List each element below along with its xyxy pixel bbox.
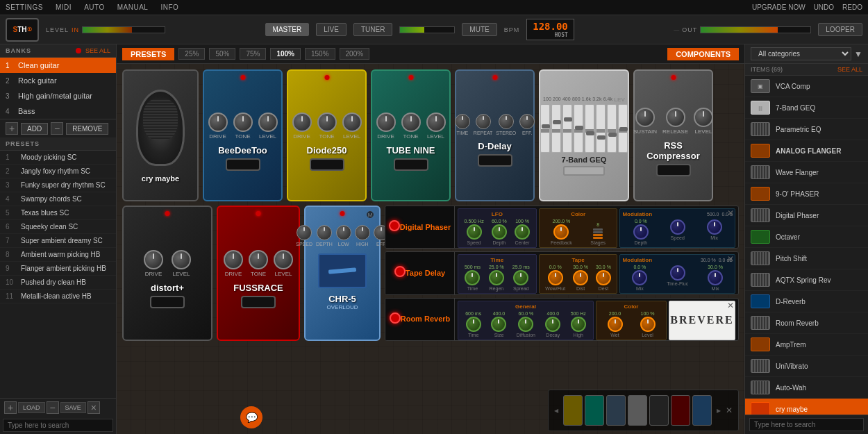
chr5-high-knob[interactable] <box>355 225 370 240</box>
ddelay-time-knob[interactable] <box>455 114 470 129</box>
preset-item-1[interactable]: 1Moody picking SC <box>0 151 116 165</box>
preset-item-8[interactable]: 8Ambient warm picking HB <box>0 248 116 262</box>
preset-item-7[interactable]: 7Super ambient dreamy SC <box>0 234 116 248</box>
component-cry-maybe[interactable]: cry maybe <box>745 399 868 415</box>
distort-footswitch[interactable] <box>150 296 185 308</box>
pedal-geq[interactable]: 1002004008001.6k3.2k6.4kLEV <box>539 69 629 201</box>
ddelay-repeat-knob[interactable] <box>476 114 491 129</box>
geq-level-slider[interactable] <box>619 127 628 131</box>
thumb-5[interactable] <box>649 395 669 426</box>
component-room-reverb[interactable]: Room Reverb <box>745 312 868 334</box>
chat-bubble[interactable]: 💬 <box>240 406 262 428</box>
fussrace-drive-knob[interactable] <box>224 250 243 269</box>
fussrace-footswitch[interactable] <box>241 296 276 308</box>
beedeetoo-drive-knob[interactable] <box>208 112 228 132</box>
component-univibrato[interactable]: UniVibrato <box>745 356 868 377</box>
diode250-footswitch[interactable] <box>310 158 344 171</box>
menu-settings[interactable]: SETTINGS <box>6 3 43 11</box>
zoom-150-btn[interactable]: 150% <box>305 48 335 60</box>
component-aqtx-spring-rev[interactable]: AQTX Spring Rev <box>745 269 868 291</box>
tapedelay-mod-time-knob[interactable] <box>670 265 685 281</box>
thumb-7[interactable] <box>692 395 712 426</box>
diode250-drive-knob[interactable] <box>292 112 312 132</box>
tubenine-drive-knob[interactable] <box>376 112 396 132</box>
category-dropdown-icon[interactable]: ▼ <box>854 49 862 59</box>
tapedelay-on-btn[interactable] <box>394 266 406 277</box>
preset-item-10[interactable]: 10Pushed dry clean HB <box>0 276 116 290</box>
components-see-all[interactable]: SEE ALL <box>837 66 862 73</box>
phaser-feedback-knob[interactable] <box>553 224 569 240</box>
beedeetoo-level-knob[interactable] <box>258 112 278 132</box>
component-d-reverb[interactable]: D-Reverb <box>745 291 868 312</box>
reverb-high-knob[interactable] <box>571 317 586 332</box>
pedal-distort[interactable]: DRIVE LEVEL distort+ <box>122 206 212 341</box>
zoom-25-btn[interactable]: 25% <box>178 48 205 60</box>
add-bank-btn[interactable]: ADD <box>21 123 48 135</box>
tapedelay-spread-knob[interactable] <box>513 270 528 285</box>
tubenine-level-knob[interactable] <box>426 112 446 132</box>
geq-slider-4[interactable] <box>575 126 583 130</box>
preset-item-9[interactable]: 9Flanger ambient picking HB <box>0 262 116 276</box>
pedal-beedeetoo[interactable]: DRIVE TONE LEVEL BeeDeeToo <box>203 69 283 201</box>
tapedelay-regen-knob[interactable] <box>489 270 504 285</box>
roomreverb-close-btn[interactable]: ✕ <box>727 301 734 310</box>
fussrace-level-knob[interactable] <box>274 250 293 269</box>
bank-item-2[interactable]: 2 Rock guitar <box>0 73 116 88</box>
reverb-time-knob[interactable] <box>466 317 481 332</box>
component-octaver[interactable]: Octaver <box>745 226 868 248</box>
remove-bank-btn[interactable]: REMOVE <box>66 123 108 135</box>
zoom-100-btn[interactable]: 100% <box>270 48 301 60</box>
component-9o-phaser[interactable]: 9-O' PHASER <box>745 183 868 205</box>
component-pitch-shift[interactable]: Pitch Shift <box>745 248 868 269</box>
pedal-diode250[interactable]: DRIVE TONE LEVEL Diode250 <box>287 69 367 201</box>
phaser-on-btn[interactable] <box>389 220 400 231</box>
geq-slider-5[interactable] <box>586 131 594 135</box>
geq-slider-3[interactable] <box>564 117 572 122</box>
ddelay-footswitch[interactable] <box>478 154 512 167</box>
component-amptrem[interactable]: AmpTrem <box>745 334 868 356</box>
comp-sustain-knob[interactable] <box>635 108 655 127</box>
pedal-tubenine[interactable]: DRIVE TONE LEVEL TUBE NINE <box>371 69 451 201</box>
menu-info[interactable]: INFO <box>160 3 178 11</box>
fussrace-tone-knob[interactable] <box>249 250 268 269</box>
preset-item-6[interactable]: 6Squeeky clean SC <box>0 220 116 234</box>
thumb-4[interactable] <box>628 395 647 426</box>
tuner-btn[interactable]: TUNER <box>353 23 392 36</box>
live-btn[interactable]: LIVE <box>316 23 347 36</box>
tapedelay-dest-knob[interactable] <box>596 270 611 285</box>
component-parametric-eq[interactable]: Parametric EQ <box>745 119 868 140</box>
phaser-center-knob[interactable] <box>515 224 530 240</box>
thumb-3[interactable] <box>606 395 626 426</box>
menu-manual[interactable]: MANUAL <box>117 3 149 11</box>
preset-item-2[interactable]: 2Jangly foxy rhythm SC <box>0 165 116 178</box>
zoom-200-btn[interactable]: 200% <box>340 48 370 60</box>
tapedelay-mod-mix-knob[interactable] <box>632 270 647 285</box>
phaser-close-btn[interactable]: ✕ <box>727 209 734 217</box>
distort-drive-knob[interactable] <box>144 250 163 269</box>
tubenine-footswitch[interactable] <box>394 158 428 171</box>
pedal-chr5[interactable]: SPEED DEPTH LOW HIGH EFF CHR-5 OVERLOUD … <box>304 206 381 341</box>
zoom-50-btn[interactable]: 50% <box>209 48 235 60</box>
remove-preset-icon[interactable]: − <box>47 401 59 414</box>
looper-btn[interactable]: LOOPER <box>818 23 862 36</box>
component-auto-wah[interactable]: Auto-Wah <box>745 377 868 399</box>
chr5-speed-knob[interactable] <box>297 225 312 240</box>
ddelay-stereo-knob[interactable] <box>499 114 514 129</box>
phaser-mod-depth-knob[interactable] <box>633 224 649 240</box>
add-bank-icon[interactable]: + <box>6 122 18 135</box>
banks-see-all[interactable]: SEE ALL <box>85 47 110 54</box>
thumb-2[interactable] <box>585 395 604 426</box>
upgrade-now-btn[interactable]: UPGRADE NOW <box>752 3 806 11</box>
distort-level-knob[interactable] <box>172 250 191 269</box>
tapedelay-close-btn[interactable]: ✕ <box>727 255 734 263</box>
thumb-6[interactable] <box>671 395 690 426</box>
menu-midi[interactable]: MIDI <box>56 3 72 11</box>
reverb-size-knob[interactable] <box>491 317 506 332</box>
tapedelay-time-knob[interactable] <box>465 270 480 285</box>
category-select[interactable]: All categories <box>751 47 851 60</box>
add-preset-icon[interactable]: + <box>4 401 17 414</box>
undo-btn[interactable]: UNDO <box>814 3 834 11</box>
bank-item-3[interactable]: 3 High gain/metal guitar <box>0 88 116 103</box>
thumbs-close-icon[interactable]: ✕ <box>726 406 733 415</box>
redo-btn[interactable]: REDO <box>842 3 862 11</box>
